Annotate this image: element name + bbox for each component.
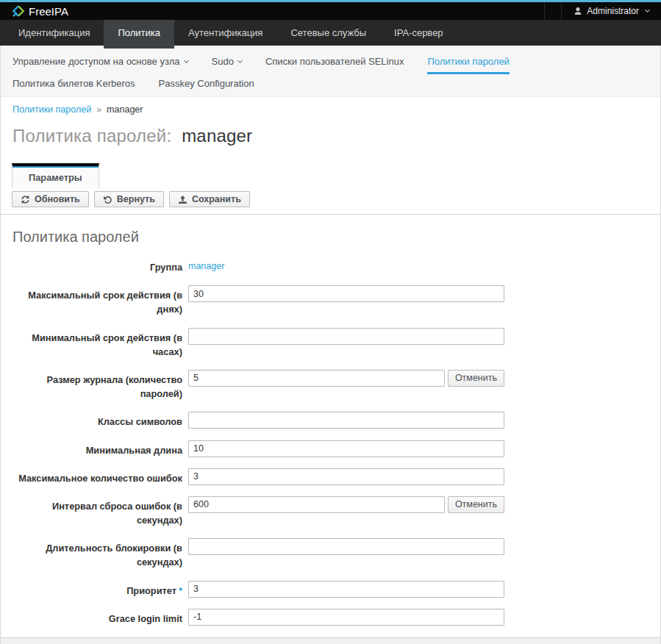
freeipa-logo[interactable]: FreeIPA [12,4,68,18]
subnav-item-label: Политики паролей [427,56,509,67]
subnav-item-label: Управление доступом на основе узла [12,56,180,67]
refresh-button[interactable]: Обновить [12,191,89,207]
field-label-text: Интервал сброса ошибок (в секундах) [52,501,182,526]
form-row-priority: Приоритет* [1,581,660,598]
refresh-icon [21,195,30,204]
min-length-input[interactable] [188,440,504,457]
form-row-character-classes: Классы символов [1,412,660,429]
subnav-item-sudo[interactable]: Sudo [212,52,242,74]
subnav-item-kerberos-ticket-policy[interactable]: Политика билетов Kerberos [12,74,135,96]
form-row-history-size: Размер журнала (количество паролей)Отмен… [1,370,660,401]
field-label-text: Приоритет [126,585,176,596]
field-label-text: Grace login limit [109,613,182,624]
failure-reset-interval-undo-button[interactable]: Отменить [448,496,504,513]
subnav-item-hbac[interactable]: Управление доступом на основе узла [12,52,188,74]
breadcrumb-link-password-policies[interactable]: Политики паролей [12,104,91,115]
field-label-history-size: Размер журнала (количество паролей) [12,370,182,401]
form-row-failure-reset-interval: Интервал сброса ошибок (в секундах)Отмен… [1,496,660,527]
field-label-min-length: Минимальная длина [12,440,182,457]
form-row-min-lifetime-hours: Минимальный срок действия (в часах) [1,328,660,359]
form-row-max-failures: Максимальное количество ошибок [1,468,660,485]
max-lifetime-days-input[interactable] [188,285,504,302]
subnav-item-label: Списки пользователей SELinux [265,56,404,67]
brand-bar: FreeIPA Administrator [0,2,661,20]
form-row-min-length: Минимальная длина [1,440,660,457]
nav-item-ipa-server[interactable]: IPA-сервер [380,20,457,46]
history-size-input[interactable] [188,370,445,387]
failure-reset-interval-input[interactable] [188,496,445,513]
breadcrumb-current: manager [107,104,143,115]
header-right: Administrator [528,2,654,20]
field-label-text: Группа [150,262,182,273]
lockout-duration-input[interactable] [188,538,504,555]
section-title: Политика паролей [1,215,660,253]
field-value-history-size: Отменить [188,370,504,401]
user-menu[interactable]: Administrator [562,6,654,16]
field-label-character-classes: Классы символов [12,412,182,429]
nav-item-authentication[interactable]: Аутентификация [174,20,276,46]
undo-icon [103,195,112,204]
save-button[interactable]: Сохранить [169,191,250,207]
min-lifetime-hours-input[interactable] [188,328,504,345]
field-value-priority [188,581,504,598]
field-label-max-failures: Максимальное количество ошибок [12,468,182,485]
main-nav: ИдентификацияПолитикаАутентификацияСетев… [0,20,661,46]
form-row-max-lifetime-days: Максимальный срок действия (в днях) [1,285,660,316]
field-label-min-lifetime-hours: Минимальный срок действия (в часах) [12,328,182,359]
footer-strip [1,637,660,644]
page-title-prefix: Политика паролей: [12,126,171,146]
field-label-max-lifetime-days: Максимальный срок действия (в днях) [12,285,182,316]
field-label-text: Размер журнала (количество паролей) [47,374,182,399]
field-value-min-lifetime-hours [188,328,504,359]
field-value-max-lifetime-days [188,285,504,316]
upload-icon [178,195,187,204]
tab-settings[interactable]: Параметры [12,163,99,188]
field-label-text: Минимальная длина [86,445,182,456]
chevron-down-icon [183,58,188,63]
priority-input[interactable] [188,581,504,598]
field-label-text: Минимальный срок действия (в часах) [32,332,182,357]
breadcrumb: Политики паролей » manager [1,97,660,115]
form-row-lockout-duration: Длительность блокировки (в секундах) [1,538,660,569]
page-title: Политика паролей: manager [1,115,660,146]
field-value-grace-login-limit [188,609,504,626]
field-label-text: Длительность блокировки (в секундах) [46,543,182,568]
nav-item-identity[interactable]: Идентификация [4,20,104,46]
subnav-item-label: Sudo [212,56,234,67]
group-link[interactable]: manager [188,257,224,271]
revert-button[interactable]: Вернуть [94,191,164,207]
user-label: Administrator [587,6,639,16]
field-value-lockout-duration [188,538,504,569]
nav-item-policy[interactable]: Политика [104,20,174,49]
freeipa-logo-icon [12,4,25,18]
nav-item-network-services[interactable]: Сетевые службы [276,20,380,46]
subnav-item-passkey-configuration[interactable]: Passkey Configuration [159,74,254,96]
header-separator [544,2,545,20]
subnav-item-password-policies[interactable]: Политики паролей [427,52,509,74]
field-label-text: Максимальное количество ошибок [18,473,182,484]
subnav: Управление доступом на основе узлаSudoСп… [1,46,660,97]
field-label-priority: Приоритет* [12,581,182,598]
field-label-failure-reset-interval: Интервал сброса ошибок (в секундах) [12,496,182,527]
field-value-min-length [188,440,504,457]
subnav-item-selinux-user-maps[interactable]: Списки пользователей SELinux [265,52,404,74]
history-size-undo-button[interactable]: Отменить [448,370,504,387]
field-label-text: Классы символов [98,416,182,427]
subnav-item-label: Passkey Configuration [159,78,254,89]
breadcrumb-separator: » [96,104,101,115]
field-label-grace-login-limit: Grace login limit [12,609,182,626]
form-row-group: Группаmanager [1,257,660,274]
max-failures-input[interactable] [188,468,504,485]
refresh-label: Обновить [35,194,80,204]
grace-login-limit-input[interactable] [188,609,504,626]
subnav-row: Управление доступом на основе узлаSudoСп… [12,52,660,74]
subnav-row: Политика билетов KerberosPasskey Configu… [12,74,660,96]
field-value-failure-reset-interval: Отменить [188,496,504,527]
field-value-max-failures [188,468,504,485]
character-classes-input[interactable] [188,412,504,429]
page-title-value: manager [182,126,252,146]
required-asterisk: * [179,585,182,596]
password-policy-form: ГруппаmanagerМаксимальный срок действия … [1,253,660,626]
field-label-text: Максимальный срок действия (в днях) [28,290,182,315]
field-value-character-classes [188,412,504,429]
